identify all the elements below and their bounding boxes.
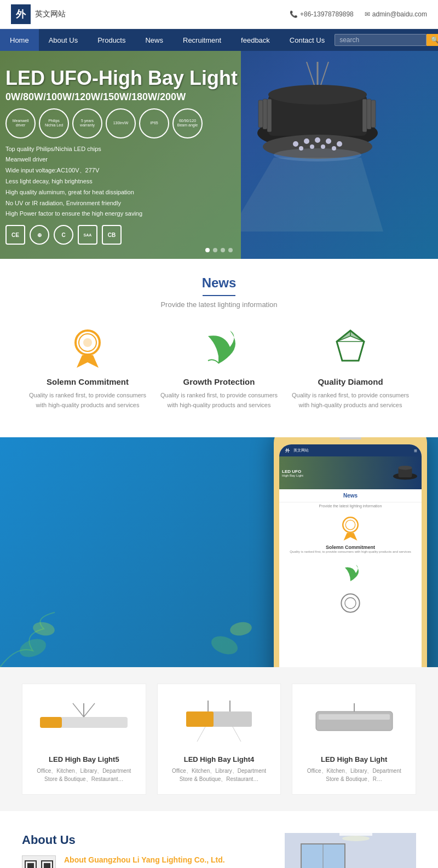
hero-title: LED UFO-High Bay Light: [5, 67, 238, 89]
quality-icon: [328, 325, 372, 369]
nav-about[interactable]: About Us: [39, 29, 88, 51]
nav-products[interactable]: Products: [88, 29, 135, 51]
news-divider: [203, 295, 235, 296]
growth-text: Quality is ranked first, to provide cons…: [159, 391, 279, 410]
svg-rect-48: [40, 717, 62, 728]
phone-news-sub: Provide the latest lighting information: [279, 502, 422, 510]
phone-commitment-title: Solemn Commitment: [284, 545, 417, 550]
hero-dot-1[interactable]: [205, 248, 210, 252]
product-card-1[interactable]: LED High Bay Light5 Office、Kitchen、Libra…: [22, 684, 146, 795]
growth-icon: [197, 325, 241, 369]
svg-rect-65: [44, 863, 50, 868]
svg-rect-63: [27, 863, 34, 868]
hero-dot-4[interactable]: [228, 248, 233, 252]
svg-point-86: [342, 836, 370, 841]
news-card-2: Growth Protection Quality is ranked firs…: [159, 325, 279, 410]
hero-badge: Meanwelldriver: [5, 108, 36, 138]
phone-screen: 外 英文网站 ≡ LED UFO High Bay Light: [279, 444, 422, 667]
svg-rect-19: [263, 99, 267, 129]
phone-icon: 📞: [290, 10, 298, 18]
hero-banner: LED UFO-High Bay Light 0W/80W/100W/120W/…: [0, 51, 438, 259]
logo-text: 英文网站: [35, 9, 66, 19]
svg-point-9: [304, 138, 309, 144]
product-1-name: LED High Bay Light5: [31, 755, 137, 763]
svg-point-43: [345, 520, 355, 530]
svg-marker-24: [241, 158, 383, 232]
phone-ufo-mini: [391, 459, 419, 487]
svg-point-8: [293, 141, 298, 147]
product-2-svg: [170, 698, 268, 747]
phone-commitment-text: Quality is ranked first, to provide cons…: [284, 550, 417, 553]
products-section: LED High Bay Light5 Office、Kitchen、Libra…: [0, 667, 438, 811]
svg-point-6: [268, 85, 367, 105]
leaves-left: [0, 601, 110, 667]
hero-dot-3[interactable]: [221, 248, 225, 252]
hero-certifications: CE ⊕ C SAA CB: [5, 225, 238, 245]
phone-mockup: 外 英文网站 ≡ LED UFO High Bay Light: [274, 437, 438, 667]
svg-point-41: [399, 466, 412, 470]
svg-point-35: [17, 636, 48, 661]
logo-area: 外 英文网站: [11, 4, 66, 24]
svg-marker-27: [77, 355, 99, 368]
hero-carousel-dots: [205, 248, 233, 252]
ufo-light-illustration: [241, 62, 394, 248]
svg-rect-55: [186, 711, 214, 727]
qr-code: [22, 855, 56, 868]
hero-subtitle: 0W/80W/100W/120W/150W/180W/200W: [5, 91, 238, 103]
search-button[interactable]: 🔍: [427, 34, 438, 46]
hero-badge-4: 130lm/W: [106, 108, 136, 138]
quality-text: Quality is ranked first, to provide cons…: [290, 391, 411, 410]
phone-growth: [279, 558, 422, 589]
email-icon: ✉: [365, 10, 370, 18]
nav-news[interactable]: News: [135, 29, 173, 51]
hero-badge-3: 5 yearswarranty: [72, 108, 102, 138]
svg-rect-21: [362, 99, 367, 132]
growth-title: Growth Protection: [159, 377, 279, 386]
news-cards-container: Solemn Commitment Quality is ranked firs…: [22, 325, 416, 410]
news-section-title: News: [22, 275, 416, 291]
product-1-svg: [34, 701, 133, 744]
product-3-image: [301, 695, 407, 750]
svg-point-28: [83, 338, 92, 347]
search-input[interactable]: [335, 34, 427, 46]
svg-point-36: [32, 621, 56, 638]
svg-point-45: [341, 594, 359, 612]
product-3-desc: Office、Kitchen、Library、Department Store …: [301, 767, 407, 783]
phone-menu-icon: ≡: [414, 448, 417, 454]
phone-frame: 外 英文网站 ≡ LED UFO High Bay Light: [274, 437, 427, 667]
news-card-3: Quality Diamond Quality is ranked first,…: [290, 325, 411, 410]
nav-home[interactable]: Home: [0, 29, 39, 51]
phone-hero-mini: LED UFO High Bay Light: [279, 456, 422, 489]
leaves-right: [159, 601, 268, 667]
hero-badges: Meanwelldriver PhilipsNichia Led 5 years…: [5, 108, 238, 138]
product-card-3[interactable]: LED High Bay Light Office、Kitchen、Librar…: [292, 684, 416, 795]
svg-point-46: [345, 598, 356, 609]
email-contact: ✉ admin@baidu.com: [365, 10, 427, 18]
search-area: 🔍: [335, 34, 438, 46]
svg-line-57: [233, 727, 241, 742]
hero-dot-2[interactable]: [213, 248, 217, 252]
nav-recruitment[interactable]: Recruitment: [173, 29, 231, 51]
contact-bar: 📞 +86-13978789898 ✉ admin@baidu.com: [290, 10, 427, 18]
nav-feedback[interactable]: feedback: [231, 29, 280, 51]
cert-ce: CE: [5, 225, 25, 245]
svg-rect-60: [319, 714, 390, 720]
phone-bottom-circle: [279, 589, 422, 618]
svg-point-10: [315, 137, 320, 143]
hero-content: LED UFO-High Bay Light 0W/80W/100W/120W/…: [5, 67, 238, 245]
svg-rect-85: [339, 833, 372, 836]
svg-point-15: [321, 144, 325, 149]
commitment-title: Solemn Commitment: [27, 377, 148, 386]
hero-features: Top quality Philips/Nichia LED chips Mea…: [5, 144, 238, 220]
news-card-1: Solemn Commitment Quality is ranked firs…: [27, 325, 148, 410]
product-2-desc: Office、Kitchen、Library、Department Store …: [166, 767, 273, 783]
product-2-image: [166, 695, 273, 750]
product-card-2[interactable]: LED High Bay Light4 Office、Kitchen、Libra…: [157, 684, 281, 795]
product-3-name: LED High Bay Light: [301, 755, 407, 763]
news-section: News Provide the latest lighting informa…: [0, 259, 438, 426]
svg-line-51: [84, 703, 95, 717]
cert-2: ⊕: [30, 225, 49, 245]
nav-contact[interactable]: Contact Us: [280, 29, 335, 51]
product-1-desc: Office、Kitchen、Library、Department Store …: [31, 767, 137, 783]
svg-rect-23: [371, 100, 376, 128]
